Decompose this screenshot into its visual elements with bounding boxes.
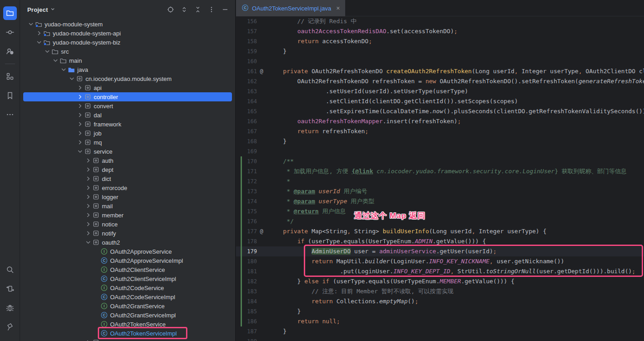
tree-item-OAuth2ApproveService[interactable]: IOAuth2ApproveService bbox=[23, 247, 232, 256]
gutter[interactable]: 165 bbox=[236, 106, 269, 116]
code-line-177[interactable]: 177@ private Map<String, String> buildUs… bbox=[236, 226, 644, 236]
tree-item-OAuth2GrantService[interactable]: IOAuth2GrantService bbox=[23, 301, 232, 311]
tree-item-job[interactable]: job bbox=[23, 129, 232, 138]
tree-item-dal[interactable]: dal bbox=[23, 110, 232, 120]
tree-item-logger[interactable]: logger bbox=[23, 192, 232, 201]
tree-item-oauth2[interactable]: oauth2 bbox=[23, 238, 232, 247]
gutter[interactable]: 181 bbox=[236, 266, 269, 276]
tree-item-dept[interactable]: dept bbox=[23, 165, 232, 174]
gutter[interactable]: 169 bbox=[236, 146, 269, 156]
tree-item-yudao-module-system-biz[interactable]: yudao-module-system-biz bbox=[23, 38, 232, 47]
chevron-right-icon[interactable] bbox=[85, 193, 92, 201]
tree-item-yudao-module-system[interactable]: yudao-module-system bbox=[23, 20, 232, 29]
close-icon[interactable]: × bbox=[336, 5, 340, 12]
code-line-181[interactable]: 181 .put(LoginUser.INFO_KEY_DEPT_ID, Str… bbox=[236, 266, 644, 276]
tree-item-OAuth2ClientService[interactable]: IOAuth2ClientService bbox=[23, 265, 232, 274]
tree-item-yudao-module-system-api[interactable]: yudao-module-system-api bbox=[23, 29, 232, 38]
more-tools-icon[interactable] bbox=[3, 108, 17, 121]
code-line-188[interactable]: 188 bbox=[236, 336, 644, 341]
gutter[interactable]: 182 bbox=[236, 276, 269, 286]
gutter[interactable]: 188 bbox=[236, 336, 269, 341]
gutter[interactable]: 159 bbox=[236, 46, 269, 56]
code-area[interactable]: 156 // 记录到 Redis 中157 oauth2AccessTokenR… bbox=[236, 16, 644, 341]
chevron-right-icon[interactable] bbox=[76, 84, 84, 91]
tree-item-OAuth2ClientServiceImpl[interactable]: COAuth2ClientServiceImpl bbox=[23, 274, 232, 283]
chevron-down-icon[interactable] bbox=[52, 57, 59, 64]
gutter[interactable]: 162 bbox=[236, 76, 269, 86]
code-line-180[interactable]: 180 return MapUtil.builder(LoginUser.INF… bbox=[236, 256, 644, 266]
options-menu-icon[interactable] bbox=[206, 4, 217, 15]
chevron-right-icon[interactable] bbox=[85, 157, 92, 164]
chevron-right-icon[interactable] bbox=[76, 120, 84, 128]
code-line-168[interactable]: 168 } bbox=[236, 136, 644, 146]
collapse-all-icon[interactable] bbox=[192, 4, 203, 15]
tree-item-auth[interactable]: auth bbox=[23, 156, 232, 165]
tree-item-OAuth2ApproveServiceImpl[interactable]: COAuth2ApproveServiceImpl bbox=[23, 256, 232, 265]
tree-item-OAuth2CodeServiceImpl[interactable]: COAuth2CodeServiceImpl bbox=[23, 292, 232, 301]
tree-item-member[interactable]: member bbox=[23, 211, 232, 220]
chevron-down-icon[interactable] bbox=[85, 239, 92, 246]
tree-item-api[interactable]: api bbox=[23, 83, 232, 92]
tree-item-errorcode[interactable]: errorcode bbox=[23, 183, 232, 192]
chevron-down-icon[interactable] bbox=[68, 75, 75, 82]
tree-item-dict[interactable]: dict bbox=[23, 174, 232, 183]
code-line-156[interactable]: 156 // 记录到 Redis 中 bbox=[236, 16, 644, 26]
code-line-165[interactable]: 165 .setExpiresTime(LocalDateTime.now().… bbox=[236, 106, 644, 116]
chevron-right-icon[interactable] bbox=[85, 175, 92, 182]
code-line-161[interactable]: 161@ private OAuth2RefreshTokenDO create… bbox=[236, 66, 644, 76]
gutter[interactable]: 184 bbox=[236, 296, 269, 306]
chevron-right-icon[interactable] bbox=[85, 339, 92, 341]
gutter[interactable]: 178 bbox=[236, 236, 269, 246]
code-line-185[interactable]: 185 } bbox=[236, 306, 644, 316]
chevron-down-icon[interactable] bbox=[27, 20, 35, 28]
gutter[interactable]: 183 bbox=[236, 286, 269, 296]
chevron-right-icon[interactable] bbox=[85, 184, 92, 191]
code-line-166[interactable]: 166 oauth2RefreshTokenMapper.insert(refr… bbox=[236, 116, 644, 126]
structure-icon[interactable] bbox=[3, 70, 17, 83]
gutter[interactable]: 170 bbox=[236, 156, 269, 166]
chevron-down-icon[interactable] bbox=[44, 48, 51, 55]
tab-oauth2tokenserviceimpl[interactable]: C OAuth2TokenServiceImpl.java × bbox=[236, 0, 345, 16]
gutter[interactable]: 167 bbox=[236, 126, 269, 136]
code-line-159[interactable]: 159 } bbox=[236, 46, 644, 56]
gutter[interactable]: 176 bbox=[236, 216, 269, 226]
chevron-right-icon[interactable] bbox=[76, 102, 84, 110]
services-icon[interactable] bbox=[3, 282, 17, 296]
code-line-170[interactable]: 170 /** bbox=[236, 156, 644, 166]
code-line-174[interactable]: 174 * @param userType 用户类型 bbox=[236, 196, 644, 206]
gutter[interactable]: 160 bbox=[236, 56, 269, 66]
gutter[interactable]: 158 bbox=[236, 36, 269, 46]
gutter[interactable]: 174 bbox=[236, 196, 269, 206]
code-line-182[interactable]: 182 } else if (userType.equals(UserTypeE… bbox=[236, 276, 644, 286]
code-line-186[interactable]: 186 return null; bbox=[236, 316, 644, 326]
gutter[interactable]: 186 bbox=[236, 316, 269, 326]
code-line-173[interactable]: 173 * @param userId 用户编号 bbox=[236, 186, 644, 196]
chevron-right-icon[interactable] bbox=[35, 30, 43, 37]
tree-item-framework[interactable]: framework bbox=[23, 120, 232, 129]
tree-item-OAuth2CodeService[interactable]: IOAuth2CodeService bbox=[23, 283, 232, 292]
code-line-175[interactable]: 175 * @return 用户信息 bbox=[236, 206, 644, 216]
build-icon[interactable] bbox=[3, 320, 17, 334]
gutter[interactable]: 171 bbox=[236, 166, 269, 176]
chevron-right-icon[interactable] bbox=[76, 139, 84, 146]
tree-item-notice[interactable]: notice bbox=[23, 220, 232, 229]
chevron-down-icon[interactable] bbox=[60, 66, 67, 73]
gutter[interactable]: 173 bbox=[236, 186, 269, 196]
gutter[interactable]: 180 bbox=[236, 256, 269, 266]
hide-icon[interactable] bbox=[220, 4, 231, 15]
tree-item-mail[interactable]: mail bbox=[23, 201, 232, 211]
gutter[interactable]: 179 bbox=[236, 246, 269, 256]
gutter[interactable]: 161@ bbox=[236, 66, 269, 76]
code-line-171[interactable]: 171 * 加载用户信息, 方便 {@link cn.iocoder.yudao… bbox=[236, 166, 644, 176]
gutter[interactable]: 166 bbox=[236, 116, 269, 126]
code-line-157[interactable]: 157 oauth2AccessTokenRedisDAO.set(access… bbox=[236, 26, 644, 36]
tree-item-mq[interactable]: mq bbox=[23, 138, 232, 147]
debug-icon[interactable] bbox=[3, 301, 17, 315]
chevron-right-icon[interactable] bbox=[85, 211, 92, 219]
code-line-163[interactable]: 163 .setUserId(userId).setUserType(userT… bbox=[236, 86, 644, 96]
code-line-164[interactable]: 164 .setClientId(clientDO.getClientId())… bbox=[236, 96, 644, 106]
project-tool-icon[interactable] bbox=[3, 6, 17, 20]
expand-all-icon[interactable] bbox=[179, 4, 190, 15]
code-line-158[interactable]: 158 return accessTokenDO; bbox=[236, 36, 644, 46]
chevron-down-icon[interactable] bbox=[76, 148, 84, 155]
